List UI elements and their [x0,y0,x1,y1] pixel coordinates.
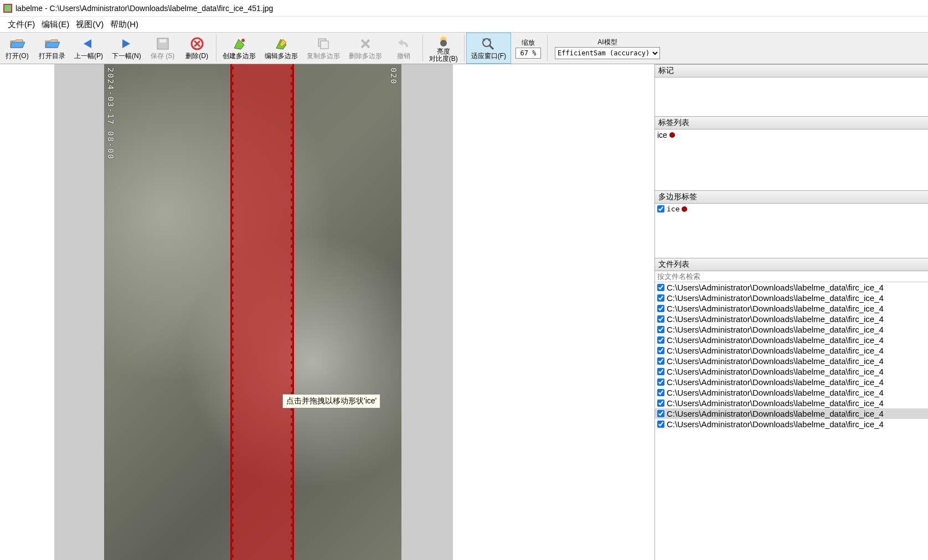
image-tag-overlay: 020 [389,68,398,85]
file-search-input[interactable] [655,271,928,282]
file-list-row[interactable]: C:\Users\Administrator\Downloads\labelme… [655,324,928,335]
file-list-row[interactable]: C:\Users\Administrator\Downloads\labelme… [655,345,928,356]
save-button: 保存 (S) [146,33,180,64]
app-icon [3,4,12,13]
arrow-left-icon [81,36,96,51]
file-row-path: C:\Users\Administrator\Downloads\labelme… [667,346,884,355]
polygon-edit-icon [274,36,289,51]
file-row-path: C:\Users\Administrator\Downloads\labelme… [667,356,884,366]
copy-polygon-button: 复制多边形 [302,33,344,64]
file-row-checkbox[interactable] [657,400,664,407]
zoom-label: 缩放 [522,38,535,48]
file-row-path: C:\Users\Administrator\Downloads\labelme… [667,367,884,376]
edit-polygon-label: 编辑多边形 [265,51,298,61]
file-list-panel: 文件列表 C:\Users\Administrator\Downloads\la… [655,258,928,560]
file-list-row[interactable]: C:\Users\Administrator\Downloads\labelme… [655,356,928,366]
toolbar: 打开(O) 打开目录 上一幅(P) 下一幅(N) 保存 (S) 删除(D) 创建… [0,32,928,64]
file-row-checkbox[interactable] [657,347,664,354]
file-list[interactable]: C:\Users\Administrator\Downloads\labelme… [655,282,928,560]
file-row-checkbox[interactable] [657,315,664,323]
open-button[interactable]: 打开(O) [0,33,34,64]
brightness-label: 亮度 对比度(B) [429,48,458,63]
toolbar-separator [216,35,216,61]
zoom-control: 缩放 [511,33,545,64]
file-list-body: C:\Users\Administrator\Downloads\labelme… [655,271,928,560]
file-list-row[interactable]: C:\Users\Administrator\Downloads\labelme… [655,314,928,324]
file-row-checkbox[interactable] [657,336,664,344]
file-list-row[interactable]: C:\Users\Administrator\Downloads\labelme… [655,366,928,377]
label-list-header: 标签列表 [655,117,928,129]
copy-icon [316,36,331,51]
polygon-annotation-ice[interactable] [230,64,294,560]
label-list-body: ice [655,129,928,190]
file-list-row[interactable]: C:\Users\Administrator\Downloads\labelme… [655,303,928,314]
ai-model-label: AI模型 [597,38,617,47]
delete-polygon-button: 删除多边形 [344,33,386,64]
flags-panel: 标记 [655,64,928,116]
file-row-path: C:\Users\Administrator\Downloads\labelme… [667,335,884,345]
edit-polygon-button[interactable]: 编辑多边形 [260,33,302,64]
file-list-row[interactable]: C:\Users\Administrator\Downloads\labelme… [655,335,928,345]
open-label: 打开(O) [6,51,28,61]
menu-file[interactable]: 文件(F) [8,19,35,30]
canvas-area[interactable]: 2024-03-17 08-00 020 点击并拖拽以移动形状'ice' [0,64,654,560]
image-timestamp-overlay: 2024-03-17 08-00 [106,68,115,160]
polygon-label-name: ice [667,205,679,213]
ai-model-select[interactable]: EfficientSam (accuracy) [555,47,660,59]
toolbar-separator [464,35,465,61]
polygon-visibility-checkbox[interactable] [657,205,664,212]
file-list-row[interactable]: C:\Users\Administrator\Downloads\labelme… [655,419,928,429]
file-row-checkbox[interactable] [657,389,664,396]
file-list-row[interactable]: C:\Users\Administrator\Downloads\labelme… [655,377,928,387]
fit-window-button[interactable]: 适应窗口(F) [466,33,511,64]
prev-button[interactable]: 上一幅(P) [70,33,107,64]
right-panel: 标记 标签列表 ice 多边形标签 ice 文件列表 [654,64,928,560]
file-row-checkbox[interactable] [657,410,664,417]
open-dir-button[interactable]: 打开目录 [34,33,70,64]
open-dir-label: 打开目录 [39,51,65,61]
file-row-path: C:\Users\Administrator\Downloads\labelme… [667,388,884,397]
menu-view[interactable]: 视图(V) [76,19,104,30]
next-button[interactable]: 下一幅(N) [107,33,146,64]
file-row-checkbox[interactable] [657,326,664,333]
file-row-checkbox[interactable] [657,368,664,375]
file-list-row[interactable]: C:\Users\Administrator\Downloads\labelme… [655,387,928,398]
main-area: 2024-03-17 08-00 020 点击并拖拽以移动形状'ice' 标记 … [0,64,928,560]
image-viewport[interactable]: 2024-03-17 08-00 020 [104,64,401,560]
menu-edit[interactable]: 编辑(E) [42,19,69,30]
svg-rect-1 [4,5,11,12]
file-row-checkbox[interactable] [657,378,664,386]
file-row-checkbox[interactable] [657,284,664,291]
file-row-path: C:\Users\Administrator\Downloads\labelme… [667,409,884,418]
menu-help[interactable]: 帮助(H) [110,19,138,30]
toolbar-separator [422,35,423,61]
file-list-row[interactable]: C:\Users\Administrator\Downloads\labelme… [655,408,928,419]
polygon-labels-panel: 多边形标签 ice [655,190,928,258]
file-row-path: C:\Users\Administrator\Downloads\labelme… [667,419,884,429]
menubar: 文件(F) 编辑(E) 视图(V) 帮助(H) [0,17,928,32]
create-polygon-label: 创建多边形 [223,51,256,61]
folder-icon [44,36,60,51]
zoom-input[interactable] [515,48,541,59]
brightness-icon [436,34,451,48]
polygon-label-item[interactable]: ice [657,205,926,213]
canvas-tooltip: 点击并拖拽以移动形状'ice' [282,394,380,408]
prev-label: 上一幅(P) [74,51,103,61]
delete-file-button[interactable]: 删除(D) [180,33,214,64]
window-title: labelme - C:\Users\Administrator\Downloa… [16,4,273,13]
label-list-item[interactable]: ice [657,131,926,139]
create-polygon-button[interactable]: 创建多边形 [218,33,260,64]
file-list-row[interactable]: C:\Users\Administrator\Downloads\labelme… [655,282,928,293]
brightness-button[interactable]: 亮度 对比度(B) [425,33,462,64]
floppy-icon [155,36,171,51]
fit-window-label: 适应窗口(F) [471,51,506,61]
delete-polygon-label: 删除多边形 [349,51,382,61]
polygon-labels-header: 多边形标签 [655,191,928,204]
file-row-checkbox[interactable] [657,294,664,302]
file-list-row[interactable]: C:\Users\Administrator\Downloads\labelme… [655,398,928,408]
file-list-header: 文件列表 [655,258,928,271]
file-row-checkbox[interactable] [657,357,664,365]
file-list-row[interactable]: C:\Users\Administrator\Downloads\labelme… [655,293,928,303]
file-row-checkbox[interactable] [657,421,664,428]
file-row-checkbox[interactable] [657,305,664,312]
